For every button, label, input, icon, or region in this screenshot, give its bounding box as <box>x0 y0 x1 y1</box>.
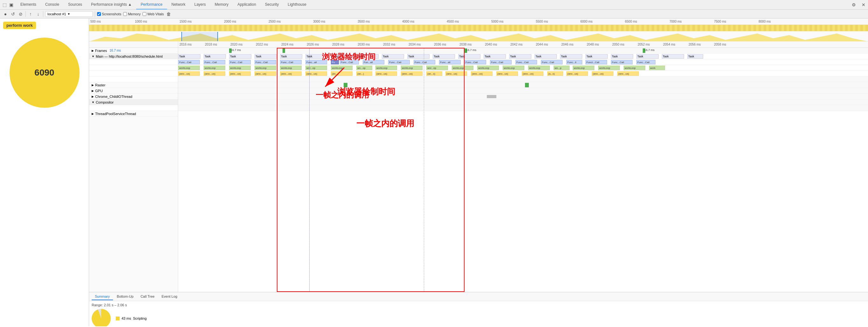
task-row-4 <box>89 77 178 82</box>
settings-icon[interactable]: ⚙ <box>848 2 859 7</box>
url-display: localhost #1 ▼ <box>45 11 93 17</box>
tab-performance[interactable]: Performance <box>136 0 167 9</box>
detail-tick-2040: 2040 ms <box>485 43 510 46</box>
frame-16ms-3: 16.7 ms <box>644 49 654 52</box>
tab-memory[interactable]: Memory <box>210 0 233 9</box>
compositor-arrow: ▼ <box>92 101 94 104</box>
performance-toolbar: ● ↺ ⊘ ↑ ↓ localhost #1 ▼ Screenshots Mem… <box>0 9 868 19</box>
threadpool-arrow: ▶ <box>92 112 94 115</box>
tick-2500: 2500 ms <box>269 20 313 23</box>
workloop-2: workLoop <box>204 66 225 70</box>
trash-button[interactable]: 🗑 <box>166 11 172 17</box>
detail-tick-2022: 2022 ms <box>256 43 281 46</box>
threadpool-track <box>178 105 868 111</box>
task-bar-21: Task <box>687 54 703 59</box>
clear-button[interactable]: ⊘ <box>18 11 24 17</box>
raster-label: ▶ Raster <box>89 82 178 88</box>
compositor-bar-1 <box>487 95 496 98</box>
workloop-13: workLoop <box>477 66 499 70</box>
detail-tick-2044: 2044 ms <box>536 43 561 46</box>
webpage-preview: perform work 6090 <box>0 19 89 326</box>
screenshots-checkbox-label[interactable]: Screenshots <box>97 12 121 16</box>
workloop-4: workLoop <box>254 66 276 70</box>
selection-overlay[interactable] <box>181 32 218 42</box>
frames-track-label: ▶ Frames 16.7 ms <box>89 48 178 54</box>
detail-tick-2020: 2020 ms <box>230 43 256 46</box>
tick-5000: 5000 ms <box>491 20 536 23</box>
main-thread-label: ▼ Main — http://localhost:8080/schedule.… <box>89 54 178 59</box>
func-bar-15: Func...Call <box>516 60 537 64</box>
main-label: Main — http://localhost:8080/schedule.ht… <box>96 55 163 58</box>
detail-tick-2032: 2032 ms <box>383 43 408 46</box>
workloop-20: work <box>649 66 665 70</box>
anon-8: (an...) <box>356 72 372 76</box>
threadpool-label: ▶ ThreadPoolServiceThread <box>89 111 178 117</box>
tick-1000: 1000 ms <box>135 20 180 23</box>
memory-checkbox-label[interactable]: Memory <box>123 12 141 16</box>
memory-checkbox[interactable] <box>123 12 127 16</box>
frame-16ms-2: 16.7 ms <box>466 49 476 52</box>
tab-layers[interactable]: Layers <box>190 0 210 9</box>
task-row-3 <box>89 71 178 77</box>
detail-tick-2038: 2038 ms <box>460 43 485 46</box>
tab-call-tree[interactable]: Call Tree <box>137 293 158 300</box>
devtools-nav: ⬚ ▣ Elements Console Sources Performance… <box>0 0 868 9</box>
screenshots-checkbox[interactable] <box>97 12 101 16</box>
tab-console[interactable]: Console <box>41 0 64 9</box>
workloop-7: workLoop <box>331 66 352 70</box>
tick-6500: 6500 ms <box>625 20 670 23</box>
download-button[interactable]: ↓ <box>35 11 41 17</box>
tab-summary[interactable]: Summary <box>92 293 113 300</box>
workloop-16: wo...p <box>554 66 569 70</box>
pie-chart <box>92 309 111 326</box>
detail-tick-2052: 2052 ms <box>638 43 663 46</box>
tab-application[interactable]: Application <box>233 0 260 9</box>
web-vitals-checkbox[interactable] <box>143 12 146 16</box>
reload-button[interactable]: ↺ <box>10 11 16 17</box>
compositor-sub <box>89 105 178 111</box>
overview-area <box>89 25 868 42</box>
tick-4000: 4000 ms <box>402 20 447 23</box>
tab-elements[interactable]: Elements <box>16 0 41 9</box>
tick-500: 500 ms <box>90 20 135 23</box>
tab-network[interactable]: Network <box>167 0 190 9</box>
raster-arrow: ▶ <box>92 83 94 87</box>
web-vitals-checkbox-label[interactable]: Web Vitals <box>143 12 164 16</box>
page-title: perform work <box>3 22 36 29</box>
func-bar-10: Func...Call <box>388 60 410 64</box>
detail-tick-2042: 2042 ms <box>510 43 536 46</box>
gpu-bar-1 <box>344 83 347 87</box>
close-devtools-icon[interactable]: ✕ <box>859 2 868 7</box>
workloop-row: workLoop workLoop workLoop workLoop work… <box>178 65 868 71</box>
scripting-legend: 43 ms Scripting <box>116 317 147 320</box>
tick-3000: 3000 ms <box>313 20 358 23</box>
record-button[interactable]: ● <box>3 11 8 17</box>
func-bar-7: Fu <box>331 60 339 64</box>
tab-security[interactable]: Security <box>260 0 283 9</box>
frame-marker-2 <box>283 49 285 53</box>
tab-bottom-up[interactable]: Bottom-Up <box>114 293 137 300</box>
scripting-ms: 43 ms <box>122 317 131 320</box>
tick-8000: 8000 ms <box>758 20 803 23</box>
tick-7000: 7000 ms <box>670 20 714 23</box>
chrome-child-arrow: ▶ <box>92 95 94 98</box>
device-icon[interactable]: ▣ <box>9 2 13 7</box>
task-bar-12: Task <box>458 54 480 59</box>
upload-button[interactable]: ↑ <box>28 11 33 17</box>
tick-7500: 7500 ms <box>714 20 758 23</box>
detail-tick-2058: 2058 ms <box>714 43 740 46</box>
chrome-child-label: ▶ Chrome_ChildIOThread <box>89 94 178 100</box>
workloop-5: workLoop <box>280 66 302 70</box>
tab-lighthouse[interactable]: Lighthouse <box>283 0 311 9</box>
tab-event-log[interactable]: Event Log <box>158 293 181 300</box>
workloop-9: workLoop <box>375 66 397 70</box>
anon-13: (ano...us) <box>471 72 493 76</box>
inspect-icon[interactable]: ⬚ <box>3 2 7 7</box>
task-bar-4: Task <box>254 54 277 59</box>
url-dropdown-icon[interactable]: ▼ <box>67 12 70 16</box>
detail-tick-2036: 2036 ms <box>434 43 460 46</box>
tab-sources[interactable]: Sources <box>64 0 87 9</box>
tab-performance-insights[interactable]: Performance insights ▲ <box>87 0 136 9</box>
func-bar-13: Func...Call <box>465 60 486 64</box>
scripting-color-box <box>116 317 120 320</box>
